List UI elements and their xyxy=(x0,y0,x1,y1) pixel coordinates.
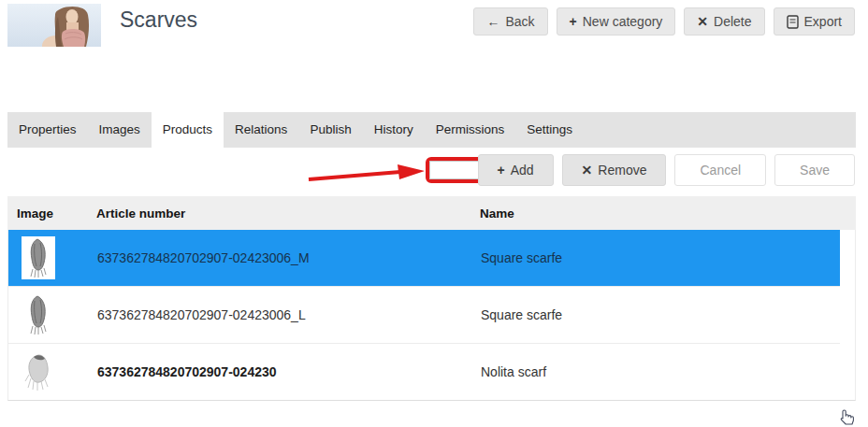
product-name: Square scarfe xyxy=(481,250,562,265)
hand-cursor-icon xyxy=(838,406,857,426)
table-body: 637362784820702907-02423006_M Square sca… xyxy=(7,230,856,401)
tab-history[interactable]: History xyxy=(363,112,425,148)
annotation-arrow xyxy=(307,159,428,183)
back-button[interactable]: ← Back xyxy=(473,7,547,36)
products-toolbar: + Add ✕ Remove Cancel Save xyxy=(478,154,856,186)
page-title: Scarves xyxy=(120,7,197,33)
arrow-left-icon: ← xyxy=(486,15,499,28)
save-button[interactable]: Save xyxy=(774,154,855,186)
table-header: Image Article number Name xyxy=(7,196,856,230)
plus-icon: + xyxy=(570,15,577,28)
product-thumbnail xyxy=(22,236,55,279)
x-icon: ✕ xyxy=(697,15,708,28)
new-category-button-label: New category xyxy=(583,14,663,29)
header-actions: ← Back + New category ✕ Delete Export xyxy=(473,7,855,36)
article-number: 637362784820702907-024230 xyxy=(97,364,277,379)
product-name: Nolita scarf xyxy=(481,364,546,379)
article-number: 637362784820702907-02423006_M xyxy=(97,250,310,265)
tab-products[interactable]: Products xyxy=(152,112,224,153)
export-button[interactable]: Export xyxy=(774,7,855,36)
delete-button[interactable]: ✕ Delete xyxy=(684,7,764,36)
tab-properties[interactable]: Properties xyxy=(7,112,88,148)
export-button-label: Export xyxy=(804,14,842,29)
table-row[interactable]: 637362784820702907-024230 Nolita scarf xyxy=(8,343,840,400)
remove-button-label: Remove xyxy=(598,163,646,178)
add-button-label: Add xyxy=(511,163,534,178)
add-button[interactable]: + Add xyxy=(478,154,554,186)
x-icon: ✕ xyxy=(582,164,593,177)
tab-publish[interactable]: Publish xyxy=(298,112,362,148)
category-page: Scarves ← Back + New category ✕ Delete E… xyxy=(0,0,868,427)
column-header-article-number: Article number xyxy=(96,206,185,221)
table-row[interactable]: 637362784820702907-02423006_L Square sca… xyxy=(8,286,840,343)
tab-permissions[interactable]: Permissions xyxy=(425,112,516,148)
table-row[interactable]: 637362784820702907-02423006_M Square sca… xyxy=(8,230,840,286)
cancel-button-label: Cancel xyxy=(700,163,741,178)
product-name: Square scarfe xyxy=(481,307,562,322)
tab-settings[interactable]: Settings xyxy=(515,112,584,148)
column-header-image: Image xyxy=(17,206,53,221)
tab-bar: Properties Images Products Relations Pub… xyxy=(7,112,856,148)
save-button-label: Save xyxy=(800,163,830,178)
new-category-button[interactable]: + New category xyxy=(557,7,676,36)
plus-icon: + xyxy=(498,164,505,177)
product-thumbnail xyxy=(22,293,55,336)
back-button-label: Back xyxy=(505,14,534,29)
cancel-button[interactable]: Cancel xyxy=(674,154,766,186)
product-thumbnail xyxy=(22,350,55,393)
column-header-name: Name xyxy=(480,206,514,221)
tab-images[interactable]: Images xyxy=(88,112,152,148)
delete-button-label: Delete xyxy=(714,14,751,29)
products-table: Image Article number Name 63736278482070… xyxy=(7,196,856,401)
tab-relations[interactable]: Relations xyxy=(224,112,298,148)
document-icon xyxy=(787,15,799,29)
category-thumbnail-image xyxy=(7,4,101,47)
remove-button[interactable]: ✕ Remove xyxy=(562,154,667,186)
article-number: 637362784820702907-02423006_L xyxy=(97,307,306,322)
